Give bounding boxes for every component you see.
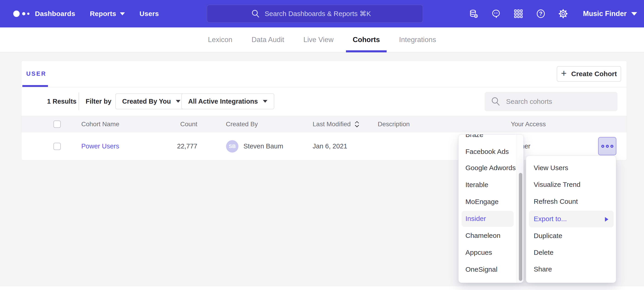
- chevron-down-icon: [120, 12, 125, 15]
- cohort-search-bar[interactable]: [484, 92, 618, 111]
- menu-item-export-to[interactable]: Export to...: [526, 210, 616, 227]
- tab-label: USER: [26, 70, 46, 77]
- svg-text:?: ?: [539, 11, 542, 17]
- tab-label: Cohorts: [353, 36, 380, 44]
- menu-item-google-adwords[interactable]: Google Adwords: [458, 160, 517, 176]
- cohort-name-cell: Power Users: [81, 132, 119, 160]
- menu-item-insider[interactable]: Insider: [458, 210, 517, 227]
- row-actions-button[interactable]: [598, 137, 616, 155]
- ellipsis-icon: [606, 145, 609, 148]
- ellipsis-icon: [610, 145, 614, 148]
- col-description: Description: [378, 116, 410, 132]
- select-all-checkbox[interactable]: [54, 116, 61, 132]
- search-icon: [251, 9, 260, 18]
- last-modified-cell: Jan 6, 2021: [313, 132, 347, 160]
- col-last-modified[interactable]: Last Modified: [313, 116, 360, 132]
- nav-item-users[interactable]: Users: [140, 10, 159, 18]
- checkbox-icon[interactable]: [54, 143, 61, 150]
- integrations-filter-dropdown[interactable]: All Active Integrations: [181, 93, 274, 109]
- filter-by-label: Filter by: [86, 98, 112, 105]
- tab-label: Integrations: [399, 36, 436, 44]
- results-count: 1 Results: [47, 98, 76, 105]
- col-label: Last Modified: [313, 120, 351, 128]
- menu-item-onesignal[interactable]: OneSignal: [458, 261, 517, 278]
- chevron-down-icon: [263, 100, 268, 103]
- navbar-right-controls: ? Music Finder: [468, 0, 637, 28]
- primary-nav: Dashboards Reports Users: [35, 0, 159, 28]
- help-icon[interactable]: ?: [536, 9, 546, 19]
- scrollbar-thumb[interactable]: [519, 173, 522, 281]
- tab-label: Live View: [303, 36, 334, 44]
- section-tabbar: Lexicon Data Audit Live View Cohorts Int…: [0, 28, 644, 52]
- col-created-by: Created By: [226, 116, 258, 132]
- checkbox-icon[interactable]: [54, 120, 61, 128]
- cohort-link[interactable]: Power Users: [81, 142, 119, 150]
- chevron-down-icon: [631, 12, 637, 16]
- create-cohort-label: Create Cohort: [571, 70, 617, 78]
- tab-cohorts[interactable]: Cohorts: [346, 28, 387, 52]
- avatar: SB: [226, 140, 238, 153]
- row-actions-menu: View Users Visualize Trend Refresh Count…: [526, 156, 616, 283]
- global-search-input[interactable]: [265, 10, 379, 18]
- created-by-name: Steven Baum: [244, 142, 283, 150]
- tab-label: Lexicon: [208, 36, 232, 44]
- col-your-access: Your Access: [511, 116, 546, 132]
- search-icon: [491, 97, 500, 106]
- cohorts-panel: USER + Create Cohort 1 Results Filter by…: [21, 61, 627, 160]
- project-switcher[interactable]: Music Finder: [583, 10, 637, 18]
- apps-grid-icon[interactable]: [513, 9, 524, 19]
- submenu-arrow-icon: [605, 217, 608, 222]
- mixpanel-logo-icon[interactable]: [12, 0, 33, 28]
- filter-toolbar: 1 Results Filter by Created By You All A…: [22, 87, 627, 116]
- menu-item-delete[interactable]: Delete: [526, 244, 616, 261]
- menu-item-appcues[interactable]: Appcues: [458, 244, 517, 261]
- table-header: Cohort Name Count Created By Last Modifi…: [22, 116, 627, 132]
- menu-item-share[interactable]: Share: [526, 261, 616, 278]
- sort-icon[interactable]: [354, 121, 360, 127]
- menu-item-moengage[interactable]: MoEngage: [458, 193, 517, 210]
- export-to-submenu: Braze Facebook Ads Google Adwords Iterab…: [458, 134, 524, 283]
- project-name: Music Finder: [583, 10, 627, 18]
- row-checkbox[interactable]: [54, 132, 61, 160]
- tab-label: Data Audit: [252, 36, 284, 44]
- count-cell: 22,777: [140, 132, 197, 160]
- global-search-bar[interactable]: [207, 5, 423, 23]
- page-bottom-strip: [0, 286, 644, 290]
- cohort-search-input[interactable]: [506, 98, 604, 105]
- menu-item-iterable[interactable]: Iterable: [458, 176, 517, 193]
- nav-item-dashboards[interactable]: Dashboards: [35, 10, 75, 18]
- feedback-icon[interactable]: [491, 9, 501, 19]
- top-navbar: Dashboards Reports Users ? Music Finder: [0, 0, 644, 28]
- menu-item-facebook-ads[interactable]: Facebook Ads: [458, 143, 517, 160]
- filter-value: All Active Integrations: [188, 98, 258, 105]
- col-cohort-name: Cohort Name: [81, 116, 120, 132]
- created-by-filter-dropdown[interactable]: Created By You: [115, 93, 187, 109]
- divider: [78, 92, 79, 110]
- nav-item-reports[interactable]: Reports: [90, 10, 125, 18]
- nav-item-label: Users: [140, 10, 159, 18]
- ellipsis-icon: [601, 145, 604, 148]
- data-management-icon[interactable]: [468, 9, 479, 19]
- tab-integrations[interactable]: Integrations: [392, 28, 443, 52]
- menu-item-view-users[interactable]: View Users: [526, 160, 616, 176]
- menu-item-duplicate[interactable]: Duplicate: [526, 227, 616, 244]
- chevron-down-icon: [176, 100, 180, 103]
- menu-item-refresh-count[interactable]: Refresh Count: [526, 193, 616, 210]
- settings-gear-icon[interactable]: [558, 9, 568, 19]
- menu-item-visualize-trend[interactable]: Visualize Trend: [526, 176, 616, 193]
- nav-item-label: Dashboards: [35, 10, 75, 18]
- nav-item-label: Reports: [90, 10, 116, 18]
- plus-icon: +: [561, 69, 567, 78]
- tab-live-view[interactable]: Live View: [296, 28, 340, 52]
- tab-lexicon[interactable]: Lexicon: [201, 28, 239, 52]
- tab-user-cohorts[interactable]: USER: [22, 61, 48, 87]
- create-cohort-button[interactable]: + Create Cohort: [557, 66, 621, 82]
- created-by-cell: SB Steven Baum: [226, 132, 283, 160]
- col-count: Count: [140, 116, 197, 132]
- filter-value: Created By You: [122, 98, 171, 105]
- tab-data-audit[interactable]: Data Audit: [244, 28, 291, 52]
- menu-item-braze[interactable]: Braze: [458, 134, 517, 143]
- menu-item-chameleon[interactable]: Chameleon: [458, 227, 517, 244]
